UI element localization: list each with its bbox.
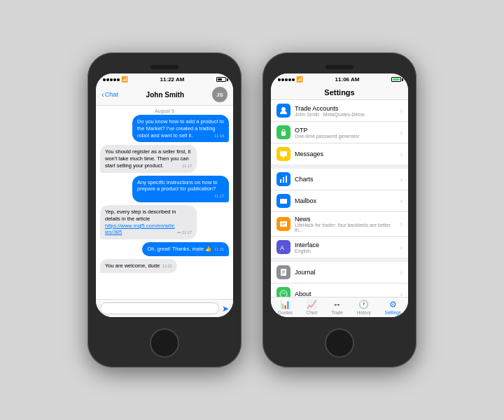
about-icon <box>276 287 290 297</box>
status-time: 11:06 AM <box>335 76 360 83</box>
status-right <box>216 77 226 82</box>
history-tab-icon: 🕐 <box>358 300 369 309</box>
tab-trade[interactable]: ↔ Trade <box>331 300 343 315</box>
chevron-icon: › <box>400 220 402 228</box>
chat-input-bar: ➤ <box>96 299 233 317</box>
chevron-icon: › <box>400 197 402 205</box>
settings-tab-icon: ⚙ <box>389 300 397 309</box>
message-link[interactable]: https://www.mql5.com/en/artic les/385 <box>105 223 175 236</box>
messages-label: Messages <box>295 150 396 158</box>
messages-icon <box>276 147 290 161</box>
tab-chart[interactable]: 📈 Chart <box>307 300 318 315</box>
message-text: Any specific instructions on how to prep… <box>137 179 218 192</box>
svg-rect-5 <box>286 176 287 183</box>
settings-group-1: Trade Accounts John Smith · MetaQuotes-D… <box>271 100 408 164</box>
journal-label: Journal <box>295 269 396 276</box>
tab-bar: 📊 Quotes 📈 Chart ↔ Trade 🕐 History ⚙ Set… <box>271 297 408 317</box>
svg-rect-6 <box>280 199 287 204</box>
trade-accounts-icon <box>276 104 290 118</box>
svg-point-16 <box>281 293 282 293</box>
status-bar-chat: 📶 11:22 AM <box>96 74 233 84</box>
message-bubble: Oh, great! Thanks, mate 👍 11:21 <box>142 242 229 256</box>
wifi-icon: 📶 <box>296 76 303 83</box>
settings-tab-label: Settings <box>385 310 402 315</box>
message-time: 11:16 <box>214 134 224 139</box>
settings-group-3: Journal › About › <box>271 262 408 297</box>
settings-nav-bar: Settings <box>271 84 408 100</box>
chart-tab-label: Chart <box>307 310 318 315</box>
news-text: News LifeHack for trader: four backtests… <box>295 216 396 232</box>
messages-text: Messages <box>295 150 396 158</box>
settings-row-otp[interactable]: OTP One-time password generator › <box>271 122 408 144</box>
settings-row-journal[interactable]: Journal › <box>271 262 408 284</box>
about-label: About <box>295 290 396 297</box>
chat-back-label: Chat <box>105 91 118 98</box>
chevron-icon: › <box>400 176 402 183</box>
chat-input[interactable] <box>100 302 219 314</box>
otp-label: OTP <box>295 127 396 134</box>
chat-back-button[interactable]: ‹ Chat <box>102 90 118 99</box>
settings-row-interface[interactable]: A Interface English › <box>271 237 408 258</box>
message-time: ••• 11:17 <box>177 230 192 235</box>
settings-row-news[interactable]: News LifeHack for trader: four backtests… <box>271 212 408 237</box>
signal-icon <box>278 78 295 81</box>
message-time: 11:21 <box>214 247 224 252</box>
mailbox-text: Mailbox <box>295 197 396 204</box>
status-left: 📶 <box>103 76 128 83</box>
charts-text: Charts <box>295 176 396 183</box>
status-left: 📶 <box>278 76 303 83</box>
tab-history[interactable]: 🕐 History <box>357 300 371 315</box>
svg-point-17 <box>283 293 284 293</box>
message-time: 11:21 <box>162 264 172 269</box>
trade-tab-label: Trade <box>331 310 343 315</box>
chat-contact-name: John Smith <box>146 91 184 99</box>
back-arrow-icon: ‹ <box>102 90 104 99</box>
settings-row-charts[interactable]: Charts › <box>271 169 408 190</box>
status-time: 11:22 AM <box>160 76 185 83</box>
mailbox-icon <box>276 194 290 208</box>
settings-row-about[interactable]: About › <box>271 284 408 297</box>
settings-row-messages[interactable]: Messages › <box>271 144 408 164</box>
settings-list: Trade Accounts John Smith · MetaQuotes-D… <box>271 100 408 297</box>
chevron-icon: › <box>400 269 402 276</box>
chevron-icon: › <box>400 290 402 298</box>
svg-rect-4 <box>283 177 284 183</box>
svg-rect-7 <box>280 221 287 227</box>
send-icon[interactable]: ➤ <box>222 304 229 314</box>
interface-sub: English <box>295 248 396 253</box>
status-bar-settings: 📶 11:06 AM <box>271 74 408 84</box>
chat-date: August 9 <box>96 106 233 115</box>
message-bubble: Yep, every step is described in details … <box>100 205 197 239</box>
message-text: Oh, great! Thanks, mate 👍 <box>147 246 211 252</box>
settings-screen: 📶 11:06 AM Settings Trad <box>271 74 408 317</box>
trade-tab-icon: ↔ <box>333 300 342 309</box>
interface-icon: A <box>276 240 290 254</box>
message-text: You should register as a seller first, i… <box>105 148 190 169</box>
journal-icon <box>276 265 290 279</box>
avatar: JS <box>212 87 227 102</box>
trade-accounts-sub: John Smith · MetaQuotes-Demo <box>295 112 396 117</box>
otp-icon <box>276 125 290 139</box>
phone-settings: 📶 11:06 AM Settings Trad <box>262 52 416 368</box>
mailbox-label: Mailbox <box>295 197 396 204</box>
svg-rect-2 <box>280 151 287 156</box>
status-right <box>391 77 401 82</box>
chat-screen: 📶 11:22 AM ‹ Chat John Smith JS August 9 <box>96 74 233 317</box>
svg-rect-1 <box>281 132 286 136</box>
phone-chat: 📶 11:22 AM ‹ Chat John Smith JS August 9 <box>88 52 241 368</box>
chat-title-block: John Smith <box>146 91 184 99</box>
about-text: About <box>295 290 396 297</box>
tab-quotes[interactable]: 📊 Quotes <box>278 300 293 315</box>
settings-row-mailbox[interactable]: Mailbox › <box>271 190 408 212</box>
battery-icon <box>391 77 401 82</box>
news-sub: LifeHack for trader: four backtests are … <box>295 223 396 232</box>
svg-rect-3 <box>280 179 281 183</box>
interface-text: Interface English <box>295 241 396 253</box>
chat-nav-bar: ‹ Chat John Smith JS <box>96 84 233 106</box>
chart-tab-icon: 📈 <box>307 300 317 309</box>
settings-row-trade-accounts[interactable]: Trade Accounts John Smith · MetaQuotes-D… <box>271 100 408 122</box>
news-label: News <box>295 216 396 223</box>
signal-icon <box>103 78 120 81</box>
tab-settings[interactable]: ⚙ Settings <box>385 300 402 315</box>
message-bubble: You are welcome, dude 11:21 <box>100 259 177 273</box>
